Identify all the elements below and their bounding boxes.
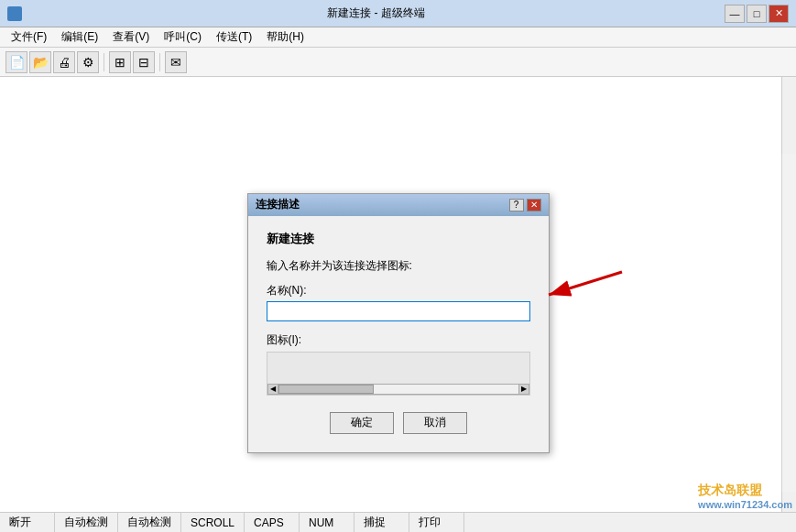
toolbar-separator2 [159, 53, 160, 71]
restore-button[interactable]: □ [747, 5, 767, 23]
status-disconnect: 断开 [0, 513, 55, 532]
icon-picker-area[interactable]: ◀ ▶ [267, 352, 530, 396]
status-scroll: SCROLL [181, 513, 245, 532]
close-button[interactable]: ✕ [769, 5, 789, 23]
status-autodetect1: 自动检测 [55, 513, 118, 532]
icon-scroll-right-button[interactable]: ▶ [518, 384, 529, 395]
toolbar: 📄 📂 🖨 ⚙ ⊞ ⊟ ✉ [0, 48, 796, 77]
dialog-title-text: 连接描述 [256, 197, 300, 212]
status-caps: CAPS [245, 513, 300, 532]
dialog-heading: 新建连接 [267, 231, 530, 247]
icon-scroll-track [278, 384, 518, 395]
title-bar: 新建连接 - 超级终端 — □ ✕ [0, 0, 796, 27]
toolbar-new-button[interactable]: 📄 [5, 51, 27, 73]
dialog-title-buttons: ? ✕ [509, 199, 541, 212]
dialog-body: 新建连接 输入名称并为该连接选择图标: 名称(N): 图标(I): ◀ ▶ [248, 216, 549, 452]
dialog-description: 输入名称并为该连接选择图标: [267, 258, 530, 274]
menu-view[interactable]: 查看(V) [105, 27, 157, 47]
svg-line-1 [549, 272, 622, 295]
menu-call[interactable]: 呼叫(C) [157, 27, 209, 47]
status-capture: 捕捉 [354, 513, 409, 532]
minimize-button[interactable]: — [725, 5, 745, 23]
status-autodetect2: 自动检测 [118, 513, 181, 532]
name-input[interactable] [267, 301, 530, 321]
toolbar-separator [104, 53, 104, 71]
dialog-help-button[interactable]: ? [509, 199, 524, 212]
toolbar-connect-button[interactable]: ⚙ [77, 51, 99, 73]
window-controls: — □ ✕ [725, 5, 789, 23]
dialog-buttons: 确定 取消 [267, 405, 530, 438]
dialog-title-bar: 连接描述 ? ✕ [248, 194, 549, 216]
toolbar-copy-button[interactable]: ⊞ [109, 51, 131, 73]
dialog-overlay: 连接描述 ? ✕ 新建连接 输入名称并为该连接选择图标: 名称(N): 图标(I… [0, 154, 796, 492]
name-label: 名称(N): [267, 283, 530, 299]
window-title: 新建连接 - 超级终端 [27, 5, 725, 21]
toolbar-open-button[interactable]: 📂 [29, 51, 51, 73]
status-num: NUM [300, 513, 354, 532]
icon-scroll-thumb[interactable] [278, 385, 375, 394]
app-icon [7, 6, 22, 21]
red-arrow-annotation [544, 267, 627, 322]
icon-section: 图标(I): ◀ ▶ [267, 332, 530, 396]
menu-transfer[interactable]: 传送(T) [209, 27, 259, 47]
icon-label: 图标(I): [267, 332, 530, 348]
menu-file[interactable]: 文件(F) [4, 27, 54, 47]
status-print: 打印 [409, 513, 464, 532]
toolbar-print-button[interactable]: 🖨 [53, 51, 75, 73]
ok-button[interactable]: 确定 [330, 412, 394, 434]
icon-scroll-left-button[interactable]: ◀ [267, 384, 278, 395]
toolbar-send-button[interactable]: ✉ [165, 51, 187, 73]
menu-bar: 文件(F) 编辑(E) 查看(V) 呼叫(C) 传送(T) 帮助(H) [0, 27, 796, 48]
cancel-button[interactable]: 取消 [403, 412, 467, 434]
menu-edit[interactable]: 编辑(E) [54, 27, 105, 47]
connection-dialog: 连接描述 ? ✕ 新建连接 输入名称并为该连接选择图标: 名称(N): 图标(I… [247, 193, 550, 453]
status-bar: 断开 自动检测 自动检测 SCROLL CAPS NUM 捕捉 打印 [0, 512, 796, 532]
main-area: 连接描述 ? ✕ 新建连接 输入名称并为该连接选择图标: 名称(N): 图标(I… [0, 77, 796, 512]
dialog-close-button[interactable]: ✕ [527, 199, 541, 212]
toolbar-paste-button[interactable]: ⊟ [133, 51, 155, 73]
menu-help[interactable]: 帮助(H) [259, 27, 311, 47]
icon-scrollbar[interactable]: ◀ ▶ [267, 384, 529, 395]
